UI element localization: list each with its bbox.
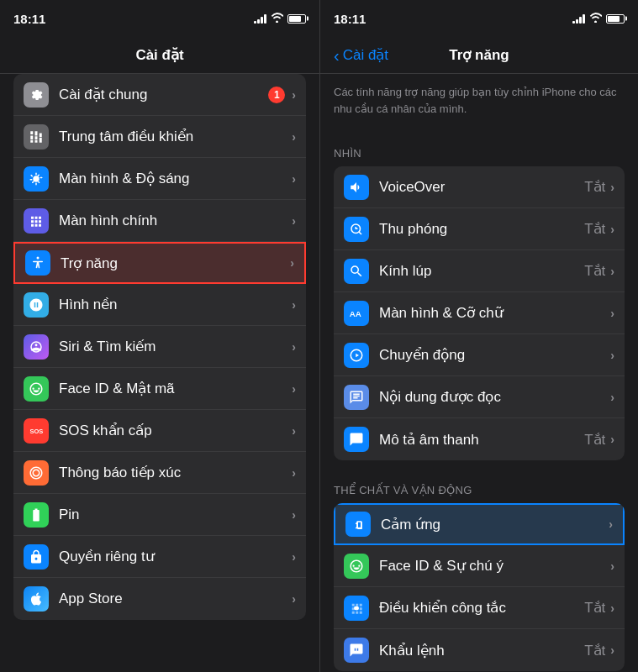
chevron-icon: ›: [609, 517, 613, 531]
chevron-icon: ›: [610, 265, 614, 278]
man-hinh-co-chu-icon: AA: [344, 301, 369, 326]
man-hinh-do-sang-icon: [24, 166, 49, 192]
cai-dat-chung-badge: 1: [268, 87, 285, 103]
trung-tam-label: Trung tâm điều khiển: [59, 128, 292, 145]
settings-item-chuyen-dong[interactable]: Chuyển động ›: [334, 334, 625, 376]
face-id-label: Face ID & Mật mã: [59, 380, 292, 397]
wifi-icon-right: [589, 13, 602, 25]
chuyen-dong-icon: [344, 343, 369, 368]
settings-item-cam-ung[interactable]: Cảm ứng ›: [334, 503, 625, 545]
hinh-nen-label: Hình nền: [59, 296, 292, 313]
thu-phong-label: Thu phóng: [379, 221, 584, 238]
tro-nang-icon: [25, 250, 50, 276]
status-icons-right: [572, 13, 625, 25]
face-id-su-chu-y-label: Face ID & Sự chú ý: [379, 557, 610, 575]
settings-item-face-id[interactable]: Face ID & Mật mã ›: [13, 368, 306, 410]
trung-tam-icon: [24, 124, 49, 150]
back-button[interactable]: ‹ Cài đặt: [334, 46, 388, 64]
sos-label: SOS khẩn cấp: [59, 422, 292, 439]
dieu-khien-cong-tac-value: Tắt: [584, 599, 605, 617]
settings-item-quyen-rieng-tu[interactable]: Quyền riêng tư ›: [13, 536, 306, 578]
settings-item-pin[interactable]: Pin ›: [13, 494, 306, 536]
noi-dung-duoc-doc-label: Nội dung được đọc: [379, 388, 610, 406]
status-icons-left: [254, 13, 306, 25]
status-bar-right: 18:11: [320, 0, 638, 37]
chevron-icon: ›: [290, 256, 294, 270]
chevron-icon: ›: [610, 349, 614, 362]
chevron-icon: ›: [610, 433, 614, 446]
settings-item-khau-lenh[interactable]: Khẩu lệnh Tắt ›: [334, 629, 625, 671]
tro-nang-label: Trợ năng: [61, 255, 290, 272]
settings-group-main: Cài đặt chung 1 › Trung tâm điều khiển ›…: [13, 74, 306, 620]
status-bar-left: 18:11: [0, 0, 319, 37]
settings-item-sos[interactable]: SOS SOS khẩn cấp ›: [13, 410, 306, 452]
settings-item-trung-tam[interactable]: Trung tâm điều khiển ›: [13, 116, 306, 158]
svg-point-0: [37, 257, 40, 260]
chevron-icon: ›: [292, 424, 296, 438]
voiceover-icon: [344, 175, 369, 200]
man-hinh-chinh-icon: [24, 208, 49, 234]
svg-rect-4: [354, 606, 359, 610]
cai-dat-chung-icon: [24, 82, 49, 108]
voiceover-label: VoiceOver: [379, 179, 584, 196]
quyen-rieng-tu-icon: [24, 544, 49, 570]
chevron-icon: ›: [292, 172, 296, 186]
app-store-label: App Store: [59, 591, 292, 607]
settings-item-hinh-nen[interactable]: Hình nền ›: [13, 284, 306, 326]
cam-ung-icon: [345, 512, 371, 537]
settings-group-the-chat: Cảm ứng › Face ID & Sự chú ý › Điều khiể…: [334, 503, 625, 671]
voiceover-value: Tắt: [584, 178, 605, 196]
settings-list-left[interactable]: Cài đặt chung 1 › Trung tâm điều khiển ›…: [0, 74, 319, 672]
settings-item-cai-dat-chung[interactable]: Cài đặt chung 1 ›: [13, 74, 306, 116]
settings-item-voiceover[interactable]: VoiceOver Tắt ›: [334, 166, 625, 208]
chevron-icon: ›: [292, 382, 296, 396]
signal-icon-right: [572, 13, 585, 24]
settings-item-siri[interactable]: Siri & Tìm kiếm ›: [13, 326, 306, 368]
settings-item-face-id-su-chu-y[interactable]: Face ID & Sự chú ý ›: [334, 545, 625, 587]
mo-ta-am-thanh-label: Mô tả âm thanh: [379, 431, 584, 449]
chevron-icon: ›: [292, 340, 296, 354]
settings-item-app-store[interactable]: App Store ›: [13, 578, 306, 620]
face-id-icon: [24, 376, 49, 402]
time-right: 18:11: [334, 12, 366, 26]
chevron-icon: ›: [292, 508, 296, 522]
signal-icon: [254, 13, 266, 24]
pin-icon: [24, 502, 49, 528]
settings-item-thu-phong[interactable]: Thu phóng Tắt ›: [334, 208, 625, 250]
settings-group-nhin: VoiceOver Tắt › Thu phóng Tắt › Kính lúp…: [334, 166, 625, 460]
kinh-lup-icon: [344, 259, 369, 284]
settings-item-dieu-khien-cong-tac[interactable]: Điều khiển công tắc Tắt ›: [334, 587, 625, 629]
time-left: 18:11: [13, 12, 45, 26]
battery-icon-right: [606, 14, 625, 24]
section-header-the-chat: THỂ CHẤT VÀ VẬN ĐỘNG: [320, 467, 638, 503]
settings-item-tro-nang[interactable]: Trợ năng ›: [13, 242, 306, 284]
siri-label: Siri & Tìm kiếm: [59, 338, 292, 355]
settings-item-kinh-lup[interactable]: Kính lúp Tắt ›: [334, 250, 625, 292]
settings-item-man-hinh-chinh[interactable]: Màn hình chính ›: [13, 200, 306, 242]
settings-item-mo-ta-am-thanh[interactable]: Mô tả âm thanh Tắt ›: [334, 418, 625, 460]
kinh-lup-value: Tắt: [584, 262, 605, 280]
man-hinh-chinh-label: Màn hình chính: [59, 213, 292, 229]
khau-lenh-value: Tắt: [584, 642, 605, 659]
cai-dat-chung-label: Cài đặt chung: [59, 86, 268, 103]
chevron-icon: ›: [292, 550, 296, 564]
man-hinh-do-sang-label: Màn hình & Độ sáng: [59, 170, 292, 187]
settings-item-man-hinh-co-chu[interactable]: AA Màn hình & Cỡ chữ ›: [334, 292, 625, 334]
chevron-icon: ›: [610, 307, 614, 320]
battery-icon: [287, 14, 306, 24]
settings-list-right[interactable]: Các tính năng trợ năng giúp bạn tùy chỉn…: [320, 74, 638, 672]
chuyen-dong-label: Chuyển động: [379, 346, 610, 364]
sos-icon: SOS: [24, 418, 49, 444]
back-arrow-icon: ‹: [334, 47, 340, 64]
chevron-icon: ›: [610, 391, 614, 404]
settings-item-thong-bao[interactable]: Thông báo tiếp xúc ›: [13, 452, 306, 494]
chevron-icon: ›: [610, 643, 614, 657]
thu-phong-value: Tắt: [584, 220, 605, 238]
page-title-right: Trợ năng: [449, 46, 509, 64]
settings-item-noi-dung-duoc-doc[interactable]: Nội dung được đọc ›: [334, 376, 625, 418]
quyen-rieng-tu-label: Quyền riêng tư: [59, 548, 292, 565]
chevron-icon: ›: [292, 88, 296, 102]
chevron-icon: ›: [610, 181, 614, 194]
settings-item-man-hinh-do-sang[interactable]: Màn hình & Độ sáng ›: [13, 158, 306, 200]
chevron-icon: ›: [610, 601, 614, 615]
